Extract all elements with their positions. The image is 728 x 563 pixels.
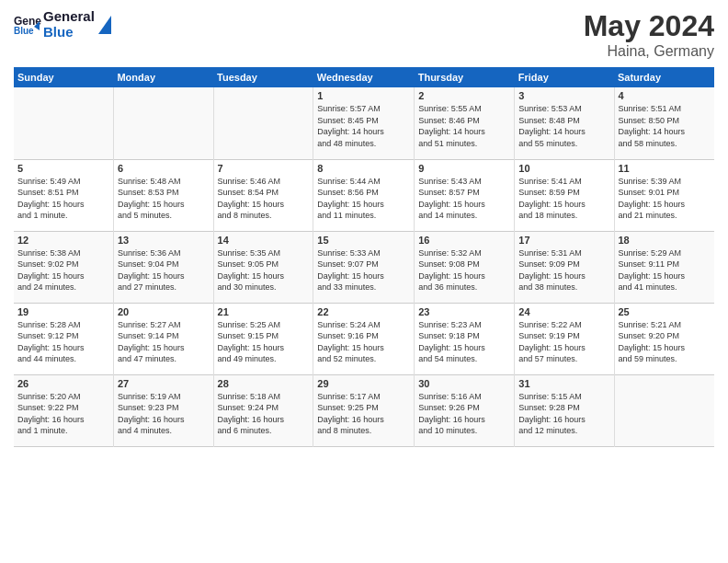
calendar-cell: 12Sunrise: 5:38 AM Sunset: 9:02 PM Dayli… (14, 231, 113, 303)
calendar-week-row: 5Sunrise: 5:49 AM Sunset: 8:51 PM Daylig… (14, 159, 714, 231)
calendar-cell: 15Sunrise: 5:33 AM Sunset: 9:07 PM Dayli… (313, 231, 415, 303)
calendar-cell: 7Sunrise: 5:46 AM Sunset: 8:54 PM Daylig… (213, 159, 313, 231)
calendar-cell: 29Sunrise: 5:17 AM Sunset: 9:25 PM Dayli… (313, 374, 415, 446)
calendar-week-row: 26Sunrise: 5:20 AM Sunset: 9:22 PM Dayli… (14, 374, 714, 446)
logo-general: General (43, 9, 95, 25)
calendar-cell (614, 374, 714, 446)
day-info: Sunrise: 5:27 AM Sunset: 9:14 PM Dayligh… (118, 319, 210, 365)
calendar-cell: 30Sunrise: 5:16 AM Sunset: 9:26 PM Dayli… (415, 374, 515, 446)
calendar-cell: 28Sunrise: 5:18 AM Sunset: 9:24 PM Dayli… (213, 374, 313, 446)
calendar-cell (14, 87, 113, 159)
day-number: 19 (17, 306, 109, 317)
day-number: 14 (218, 235, 310, 246)
day-number: 13 (118, 235, 210, 246)
day-number: 28 (218, 378, 310, 389)
calendar-cell: 18Sunrise: 5:29 AM Sunset: 9:11 PM Dayli… (614, 231, 714, 303)
calendar-week-row: 12Sunrise: 5:38 AM Sunset: 9:02 PM Dayli… (14, 231, 714, 303)
calendar-cell: 9Sunrise: 5:43 AM Sunset: 8:57 PM Daylig… (415, 159, 515, 231)
day-info: Sunrise: 5:55 AM Sunset: 8:46 PM Dayligh… (418, 103, 510, 149)
day-number: 15 (317, 235, 410, 246)
calendar-cell: 2Sunrise: 5:55 AM Sunset: 8:46 PM Daylig… (415, 87, 515, 159)
col-sunday: Sunday (14, 67, 113, 87)
day-number: 3 (518, 90, 609, 101)
day-info: Sunrise: 5:24 AM Sunset: 9:16 PM Dayligh… (317, 319, 410, 365)
day-info: Sunrise: 5:17 AM Sunset: 9:25 PM Dayligh… (317, 391, 410, 437)
page-container: General Blue General Blue May 2024 Haina… (0, 0, 728, 456)
day-number: 25 (619, 306, 711, 317)
calendar-cell: 23Sunrise: 5:23 AM Sunset: 9:18 PM Dayli… (415, 303, 515, 374)
logo-icon: General Blue (14, 14, 41, 36)
day-info: Sunrise: 5:28 AM Sunset: 9:12 PM Dayligh… (17, 319, 109, 365)
calendar-cell: 26Sunrise: 5:20 AM Sunset: 9:22 PM Dayli… (14, 374, 113, 446)
calendar-cell: 21Sunrise: 5:25 AM Sunset: 9:15 PM Dayli… (213, 303, 313, 374)
day-number: 31 (518, 378, 609, 389)
calendar-cell: 27Sunrise: 5:19 AM Sunset: 9:23 PM Dayli… (113, 374, 213, 446)
day-info: Sunrise: 5:46 AM Sunset: 8:54 PM Dayligh… (218, 176, 310, 222)
day-number: 26 (17, 378, 109, 389)
day-info: Sunrise: 5:15 AM Sunset: 9:28 PM Dayligh… (518, 391, 609, 437)
day-info: Sunrise: 5:57 AM Sunset: 8:45 PM Dayligh… (317, 103, 410, 149)
day-number: 4 (619, 90, 711, 101)
calendar-cell: 16Sunrise: 5:32 AM Sunset: 9:08 PM Dayli… (415, 231, 515, 303)
calendar-cell: 20Sunrise: 5:27 AM Sunset: 9:14 PM Dayli… (113, 303, 213, 374)
col-saturday: Saturday (614, 67, 714, 87)
day-info: Sunrise: 5:18 AM Sunset: 9:24 PM Dayligh… (218, 391, 310, 437)
day-number: 22 (317, 306, 410, 317)
calendar-cell: 3Sunrise: 5:53 AM Sunset: 8:48 PM Daylig… (515, 87, 614, 159)
day-number: 12 (17, 235, 109, 246)
day-info: Sunrise: 5:25 AM Sunset: 9:15 PM Dayligh… (218, 319, 310, 365)
svg-text:Blue: Blue (14, 26, 34, 36)
day-number: 11 (619, 163, 711, 174)
logo-blue: Blue (43, 25, 95, 40)
day-number: 21 (218, 306, 310, 317)
month-title: May 2024 (584, 9, 714, 43)
calendar-cell: 6Sunrise: 5:48 AM Sunset: 8:53 PM Daylig… (113, 159, 213, 231)
calendar-cell: 25Sunrise: 5:21 AM Sunset: 9:20 PM Dayli… (614, 303, 714, 374)
header: General Blue General Blue May 2024 Haina… (14, 9, 714, 60)
col-tuesday: Tuesday (213, 67, 313, 87)
calendar-cell: 22Sunrise: 5:24 AM Sunset: 9:16 PM Dayli… (313, 303, 415, 374)
day-number: 20 (118, 306, 210, 317)
day-info: Sunrise: 5:36 AM Sunset: 9:04 PM Dayligh… (118, 247, 210, 293)
day-number: 6 (118, 163, 210, 174)
calendar-cell: 14Sunrise: 5:35 AM Sunset: 9:05 PM Dayli… (213, 231, 313, 303)
day-number: 30 (418, 378, 510, 389)
calendar-cell (213, 87, 313, 159)
col-thursday: Thursday (415, 67, 515, 87)
col-monday: Monday (113, 67, 213, 87)
title-block: May 2024 Haina, Germany (584, 9, 714, 60)
calendar-cell (113, 87, 213, 159)
day-number: 8 (317, 163, 410, 174)
day-info: Sunrise: 5:20 AM Sunset: 9:22 PM Dayligh… (17, 391, 109, 437)
calendar-header-row: Sunday Monday Tuesday Wednesday Thursday… (14, 67, 714, 87)
day-info: Sunrise: 5:19 AM Sunset: 9:23 PM Dayligh… (118, 391, 210, 437)
day-info: Sunrise: 5:38 AM Sunset: 9:02 PM Dayligh… (17, 247, 109, 293)
calendar-cell: 11Sunrise: 5:39 AM Sunset: 9:01 PM Dayli… (614, 159, 714, 231)
calendar-cell: 17Sunrise: 5:31 AM Sunset: 9:09 PM Dayli… (515, 231, 614, 303)
day-number: 2 (418, 90, 510, 101)
calendar-cell: 4Sunrise: 5:51 AM Sunset: 8:50 PM Daylig… (614, 87, 714, 159)
day-info: Sunrise: 5:23 AM Sunset: 9:18 PM Dayligh… (418, 319, 510, 365)
calendar-cell: 24Sunrise: 5:22 AM Sunset: 9:19 PM Dayli… (515, 303, 614, 374)
day-info: Sunrise: 5:31 AM Sunset: 9:09 PM Dayligh… (518, 247, 609, 293)
day-info: Sunrise: 5:48 AM Sunset: 8:53 PM Dayligh… (118, 176, 210, 222)
day-info: Sunrise: 5:51 AM Sunset: 8:50 PM Dayligh… (619, 103, 711, 149)
calendar-cell: 8Sunrise: 5:44 AM Sunset: 8:56 PM Daylig… (313, 159, 415, 231)
calendar-cell: 19Sunrise: 5:28 AM Sunset: 9:12 PM Dayli… (14, 303, 113, 374)
col-friday: Friday (515, 67, 614, 87)
day-number: 23 (418, 306, 510, 317)
location: Haina, Germany (584, 43, 714, 60)
day-number: 7 (218, 163, 310, 174)
calendar-week-row: 19Sunrise: 5:28 AM Sunset: 9:12 PM Dayli… (14, 303, 714, 374)
day-number: 17 (518, 235, 609, 246)
logo-triangle (98, 16, 111, 34)
col-wednesday: Wednesday (313, 67, 415, 87)
day-info: Sunrise: 5:29 AM Sunset: 9:11 PM Dayligh… (619, 247, 711, 293)
day-number: 9 (418, 163, 510, 174)
day-info: Sunrise: 5:39 AM Sunset: 9:01 PM Dayligh… (619, 176, 711, 222)
day-number: 16 (418, 235, 510, 246)
day-info: Sunrise: 5:44 AM Sunset: 8:56 PM Dayligh… (317, 176, 410, 222)
day-info: Sunrise: 5:49 AM Sunset: 8:51 PM Dayligh… (17, 176, 109, 222)
day-number: 1 (317, 90, 410, 101)
day-number: 18 (619, 235, 711, 246)
